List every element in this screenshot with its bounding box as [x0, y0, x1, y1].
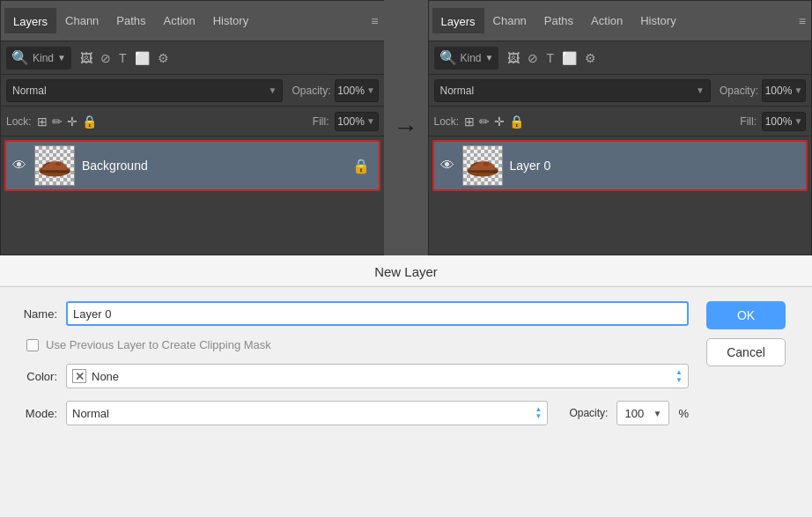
left-tab-layers[interactable]: Layers: [4, 8, 56, 33]
color-dropdown[interactable]: ✕ None ▲ ▼: [66, 364, 689, 388]
right-opacity-arrow: ▼: [794, 85, 802, 95]
left-kind-arrow: ▼: [57, 53, 66, 63]
left-fill-arrow: ▼: [366, 116, 375, 126]
left-layer-visibility[interactable]: 👁: [11, 158, 27, 174]
left-image-filter[interactable]: 🖼: [78, 49, 94, 67]
cancel-button[interactable]: Cancel: [706, 338, 786, 366]
right-filter-icons: 🖼 ⊘ T ⬜ ⚙: [506, 49, 598, 67]
right-tab-paths[interactable]: Paths: [535, 9, 582, 33]
opacity-input-value: 100: [624, 407, 649, 420]
right-fill-arrow: ▼: [794, 116, 802, 126]
clipping-mask-checkbox[interactable]: [26, 339, 39, 351]
color-up-arrow: ▲: [675, 369, 683, 376]
arrow-icon: →: [394, 114, 418, 142]
left-lock-move[interactable]: ✛: [67, 114, 78, 129]
right-lock-label: Lock:: [434, 115, 460, 128]
left-blend-mode: Normal: [12, 85, 47, 97]
color-dropdown-value: None: [92, 370, 670, 383]
ok-button[interactable]: OK: [706, 301, 786, 329]
right-lock-move[interactable]: ✛: [494, 114, 505, 129]
right-fill-label: Fill:: [740, 115, 757, 128]
left-tab-channels[interactable]: Chann: [56, 9, 107, 33]
clipping-mask-row: Use Previous Layer to Create Clipping Ma…: [18, 338, 689, 351]
right-lock-pixels[interactable]: ⊞: [464, 114, 475, 129]
right-lock-paint[interactable]: ✏: [479, 114, 490, 129]
color-dropdown-arrows: ▲ ▼: [675, 369, 683, 384]
left-filter-search[interactable]: 🔍 Kind ▼: [6, 47, 71, 70]
left-tab-paths[interactable]: Paths: [107, 9, 154, 33]
right-panel-menu-icon[interactable]: ≡: [799, 14, 806, 28]
left-tab-actions[interactable]: Action: [155, 9, 204, 33]
color-row: Color: ✕ None ▲ ▼: [18, 364, 689, 388]
left-text-filter[interactable]: T: [117, 49, 129, 67]
left-fill-value[interactable]: 100% ▼: [335, 112, 379, 131]
opacity-input[interactable]: 100 ▼: [616, 401, 669, 425]
right-tab-actions[interactable]: Action: [582, 9, 631, 33]
left-lock-all[interactable]: 🔒: [82, 114, 97, 129]
right-tab-channels[interactable]: Chann: [484, 9, 535, 33]
left-background-layer-row[interactable]: 👁 Background 🔒: [4, 140, 380, 191]
color-label: Color:: [18, 370, 57, 383]
opacity-dropdown-arrow: ▼: [653, 409, 662, 418]
right-kind-label: Kind: [461, 52, 482, 64]
name-input[interactable]: [66, 301, 689, 326]
right-text-filter[interactable]: T: [544, 49, 556, 67]
name-label: Name:: [18, 307, 57, 321]
left-opacity-number: 100%: [337, 85, 365, 97]
right-adjust-filter[interactable]: ⚙: [583, 49, 598, 67]
left-lock-row: Lock: ⊞ ✏ ✛ 🔒 Fill: 100% ▼: [1, 107, 384, 137]
left-panel-menu-icon[interactable]: ≡: [371, 14, 378, 28]
left-fill-label: Fill:: [313, 115, 329, 128]
right-kind-arrow: ▼: [485, 53, 494, 63]
left-lock-paint[interactable]: ✏: [52, 114, 63, 129]
left-layers-list: 👁 Background 🔒: [1, 137, 384, 255]
left-opacity-label: Opacity:: [292, 85, 330, 97]
left-circle-filter[interactable]: ⊘: [99, 49, 113, 67]
mode-dropdown[interactable]: Normal ▲ ▼: [66, 401, 548, 425]
right-filter-search[interactable]: 🔍 Kind ▼: [434, 47, 499, 70]
left-blend-row: Normal ▼ Opacity: 100% ▼: [1, 75, 384, 107]
color-x-icon: ✕: [72, 369, 86, 383]
right-blend-dropdown[interactable]: Normal ▼: [434, 79, 711, 102]
right-tab-layers[interactable]: Layers: [432, 8, 484, 33]
right-opacity-value[interactable]: 100% ▼: [762, 79, 806, 102]
right-layer-name: Layer 0: [510, 159, 801, 173]
left-eye-icon: 👁: [12, 158, 26, 174]
right-eye-icon: 👁: [440, 158, 454, 174]
opacity-label-dialog: Opacity:: [569, 407, 608, 419]
left-kind-label: Kind: [33, 52, 54, 64]
right-layer0-row[interactable]: 👁 Layer 0: [432, 140, 808, 191]
left-lock-icons: ⊞ ✏ ✛ 🔒: [37, 114, 97, 129]
right-tab-history[interactable]: History: [631, 9, 684, 33]
left-layer-name: Background: [82, 159, 345, 173]
right-search-icon: 🔍: [439, 49, 457, 66]
right-image-filter[interactable]: 🖼: [506, 49, 521, 67]
left-blend-dropdown[interactable]: Normal ▼: [6, 79, 283, 102]
mode-label: Mode:: [18, 407, 57, 420]
left-adjust-filter[interactable]: ⚙: [156, 49, 171, 67]
right-lock-icons: ⊞ ✏ ✛ 🔒: [464, 114, 524, 129]
left-layer-lock-badge: 🔒: [352, 158, 370, 174]
right-layers-list: 👁 Layer 0: [429, 137, 812, 255]
svg-point-1: [55, 162, 61, 166]
right-layer-visibility[interactable]: 👁: [439, 158, 455, 174]
left-fill-number: 100%: [337, 115, 365, 128]
mode-opacity-row: Mode: Normal ▲ ▼ Opacity: 100 ▼ %: [18, 401, 689, 425]
right-circle-filter[interactable]: ⊘: [526, 49, 540, 67]
right-lock-all[interactable]: 🔒: [509, 114, 524, 129]
dialog-title: New Layer: [0, 255, 812, 287]
right-opacity-number: 100%: [765, 85, 793, 97]
right-filter-bar: 🔍 Kind ▼ 🖼 ⊘ T ⬜ ⚙: [429, 41, 812, 75]
left-lock-pixels[interactable]: ⊞: [37, 114, 48, 129]
left-lock-label: Lock:: [6, 115, 32, 128]
left-shoe-image: [37, 152, 72, 179]
left-filter-icons: 🖼 ⊘ T ⬜ ⚙: [78, 49, 171, 67]
panels-arrow: →: [384, 0, 428, 255]
right-shape-filter[interactable]: ⬜: [560, 49, 579, 67]
right-fill-value[interactable]: 100% ▼: [762, 112, 806, 131]
new-layer-dialog: New Layer Name: Use Previous Layer to Cr…: [0, 255, 812, 517]
left-filter-bar: 🔍 Kind ▼ 🖼 ⊘ T ⬜ ⚙: [1, 41, 384, 75]
left-tab-history[interactable]: History: [204, 9, 257, 33]
left-shape-filter[interactable]: ⬜: [133, 49, 151, 67]
left-opacity-value[interactable]: 100% ▼: [335, 79, 379, 102]
